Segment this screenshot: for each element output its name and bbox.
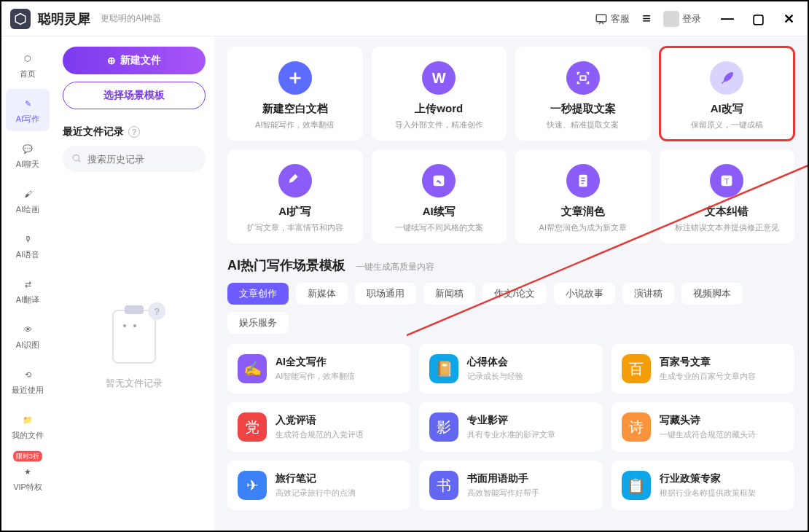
feature-desc: AI帮您润色为成为新文章 (539, 222, 627, 233)
template-card[interactable]: 书 书面用语助手 高效智能写作好帮手 (419, 461, 602, 510)
sidebar: ⬡首页✎AI写作💬AI聊天🖌AI绘画🎙AI语音⇄AI翻译👁AI识图⟲最近使用📁我… (1, 36, 54, 531)
feature-card-feather[interactable]: AI改写 保留原义，一键成稿 (660, 47, 795, 141)
template-card[interactable]: 百 百家号文章 生成专业的百家号文章内容 (611, 344, 794, 394)
empty-text: 暂无文件记录 (106, 377, 163, 390)
template-card[interactable]: ✈ 旅行笔记 高效记录旅行中的点滴 (227, 461, 410, 510)
help-icon[interactable]: ? (128, 126, 140, 138)
nav-label: AI绘画 (16, 204, 39, 215)
nav-icon-0: ⬡ (20, 50, 36, 66)
feature-title: AI扩写 (278, 205, 311, 219)
feature-desc: 扩写文章，丰富情节和内容 (247, 222, 343, 233)
sidebar-item-1[interactable]: ✎AI写作 (6, 89, 50, 131)
feature-title: 文本纠错 (705, 205, 749, 219)
svg-rect-0 (596, 15, 606, 22)
sidebar-item-3[interactable]: 🖌AI绘画 (6, 179, 50, 222)
sidebar-item-2[interactable]: 💬AI聊天 (6, 134, 50, 176)
feature-title: 一秒提取文案 (550, 102, 616, 116)
menu-icon[interactable]: ≡ (640, 12, 653, 26)
sidebar-item-0[interactable]: ⬡首页 (6, 44, 50, 86)
template-title: AI全文写作 (275, 356, 355, 369)
feature-desc: 一键续写不同风格的文案 (395, 222, 483, 233)
tab-7[interactable]: 视频脚本 (681, 283, 743, 305)
template-icon: 影 (429, 412, 458, 442)
login-button[interactable]: 登录 (663, 11, 701, 27)
template-title: 旅行笔记 (275, 472, 356, 485)
customer-service-button[interactable]: 客服 (595, 12, 630, 26)
template-desc: 具有专业水准的影评文章 (467, 429, 555, 440)
tab-1[interactable]: 新媒体 (296, 283, 348, 305)
sidebar-item-6[interactable]: 👁AI识图 (6, 315, 50, 357)
template-card[interactable]: ✍ AI全文写作 AI智能写作，效率翻倍 (227, 344, 410, 394)
nav-label: 最近使用 (12, 385, 44, 396)
template-desc: AI智能写作，效率翻倍 (275, 371, 355, 382)
tab-8[interactable]: 娱乐服务 (227, 312, 289, 334)
nav-icon-6: 👁 (20, 321, 36, 337)
sidebar-item-8[interactable]: 📁我的文件 (6, 405, 50, 447)
feature-card-pen[interactable]: AI扩写 扩写文章，丰富情节和内容 (227, 149, 363, 243)
new-file-button[interactable]: ⊕ 新建文件 (63, 47, 206, 74)
feature-card-scan[interactable]: 一秒提取文案 快速、精准提取文案 (515, 47, 651, 141)
template-card[interactable]: 诗 写藏头诗 一键生成符合规范的藏头诗 (611, 402, 794, 452)
check-icon: T (710, 164, 743, 197)
feature-card-plus[interactable]: 新建空白文档 AI智能写作，效率翻倍 (227, 47, 363, 141)
tab-2[interactable]: 职场通用 (355, 283, 416, 305)
close-button[interactable]: ✕ (778, 9, 799, 29)
main-content: 新建空白文档 AI智能写作，效率翻倍W 上传word 导入外部文件，精准创作 一… (214, 36, 808, 531)
search-box[interactable] (63, 146, 206, 172)
doc-icon (566, 164, 600, 197)
template-desc: 高效记录旅行中的点滴 (275, 488, 356, 498)
template-desc: 生成专业的百家号文章内容 (660, 371, 756, 382)
template-card[interactable]: 📋 行业政策专家 根据行业名称提供政策框架 (611, 461, 794, 510)
template-title: 行业政策专家 (660, 472, 756, 485)
vip-badge: 限时3折 (13, 451, 42, 461)
nav-icon-3: 🖌 (20, 186, 36, 202)
maximize-button[interactable]: ▢ (748, 9, 768, 29)
sidebar-item-9[interactable]: 限时3折★VIP特权 (6, 450, 50, 493)
feature-card-doc[interactable]: 文章润色 AI帮您润色为成为新文章 (515, 149, 651, 243)
titlebar: 聪明灵犀 更聪明的AI神器 客服 ≡ 登录 — ▢ ✕ (1, 1, 808, 36)
nav-label: 我的文件 (12, 430, 44, 441)
nav-icon-5: ⇄ (20, 276, 36, 292)
customer-service-label: 客服 (611, 12, 630, 26)
template-card[interactable]: 影 专业影评 具有专业水准的影评文章 (419, 402, 602, 452)
plus-icon (278, 61, 312, 95)
template-card[interactable]: 📔 心得体会 记录成长与经验 (419, 344, 602, 394)
sidebar-item-5[interactable]: ⇄AI翻译 (6, 270, 50, 312)
new-file-label: 新建文件 (120, 54, 161, 67)
tab-5[interactable]: 小说故事 (554, 283, 615, 305)
feature-desc: 快速、精准提取文案 (547, 120, 619, 130)
sidebar-item-4[interactable]: 🎙AI语音 (6, 224, 50, 267)
empty-clipboard-icon: ? (101, 302, 167, 368)
left-panel: ⊕ 新建文件 选择场景模板 最近文件记录 ? ? 暂无文件记录 (54, 36, 214, 531)
tab-6[interactable]: 演讲稿 (622, 283, 674, 305)
template-desc: 记录成长与经验 (467, 371, 523, 382)
template-tabs: 文章创作新媒体职场通用新闻稿作文/论文小说故事演讲稿视频脚本娱乐服务 (227, 283, 794, 334)
feature-card-word[interactable]: W 上传word 导入外部文件，精准创作 (372, 47, 507, 141)
chat-icon (595, 12, 608, 26)
minimize-button[interactable]: — (717, 9, 738, 29)
template-icon: 百 (622, 354, 651, 383)
template-icon: 书 (429, 471, 458, 500)
nav-label: VIP特权 (13, 482, 42, 493)
template-icon: 党 (238, 412, 267, 442)
search-input[interactable] (87, 154, 210, 165)
tab-4[interactable]: 作文/论文 (482, 283, 547, 305)
nav-icon-2: 💬 (20, 141, 36, 157)
sidebar-item-7[interactable]: ⟲最近使用 (6, 360, 50, 402)
tab-3[interactable]: 新闻稿 (423, 283, 475, 305)
nav-label: AI翻译 (16, 294, 39, 305)
login-label: 登录 (682, 12, 701, 26)
feature-desc: 标注错误文本并提供修正意见 (675, 222, 779, 233)
feature-card-check[interactable]: T 文本纠错 标注错误文本并提供修正意见 (660, 149, 795, 243)
template-icon: 📋 (622, 471, 651, 500)
tab-0[interactable]: 文章创作 (227, 283, 289, 305)
templates-section-title: AI热门写作场景模板 (227, 257, 345, 274)
nav-icon-4: 🎙 (20, 231, 36, 247)
template-icon: ✈ (238, 471, 267, 500)
choose-template-button[interactable]: 选择场景模板 (63, 82, 206, 109)
recent-section-title: 最近文件记录 ? (63, 125, 206, 138)
feature-card-edit[interactable]: AI续写 一键续写不同风格的文案 (372, 149, 507, 243)
app-title: 聪明灵犀 (38, 10, 90, 28)
nav-icon-1: ✎ (20, 95, 36, 112)
template-card[interactable]: 党 入党评语 生成符合规范的入党评语 (227, 402, 410, 452)
